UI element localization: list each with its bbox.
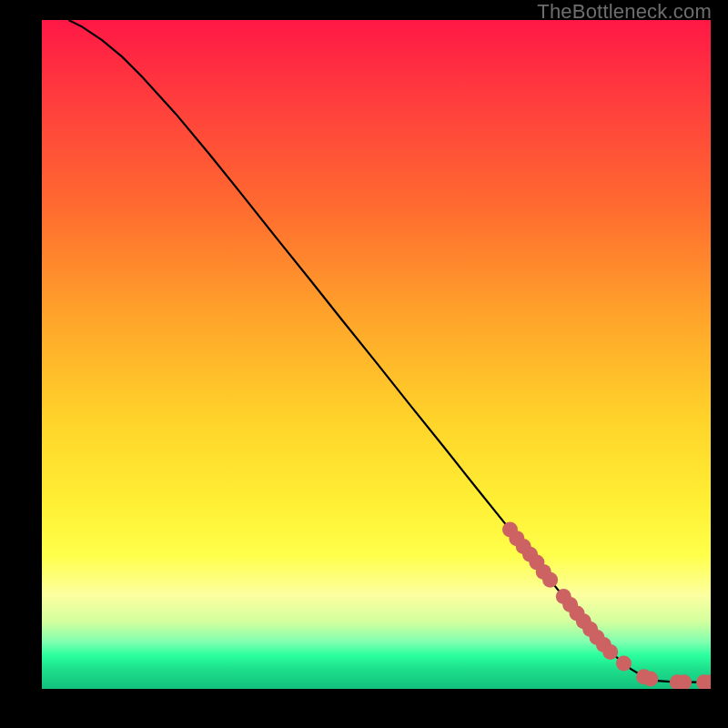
data-markers <box>502 522 711 689</box>
chart-svg <box>42 20 711 689</box>
data-marker <box>616 656 632 672</box>
chart-container: TheBottleneck.com <box>0 0 728 728</box>
data-marker <box>542 572 558 588</box>
data-marker <box>642 671 658 686</box>
plot-area <box>42 20 711 689</box>
data-marker <box>602 644 618 660</box>
bottleneck-curve <box>68 20 711 682</box>
